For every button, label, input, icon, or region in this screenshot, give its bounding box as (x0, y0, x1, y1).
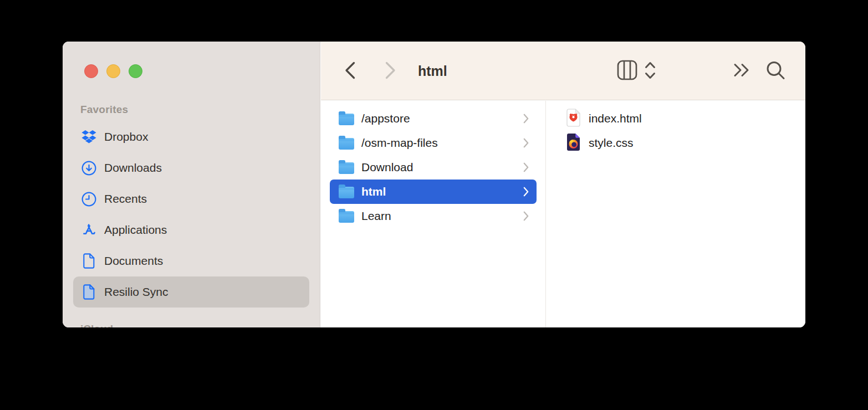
view-options-button[interactable] (644, 62, 657, 80)
chevron-right-icon (523, 187, 529, 197)
sidebar-item-downloads[interactable]: Downloads (73, 152, 309, 183)
sidebar-list: Dropbox Downloads Rece (63, 121, 320, 308)
sidebar-item-label: Recents (104, 192, 147, 206)
file-row-index-html[interactable]: index.html (547, 106, 805, 131)
sidebar-item-documents[interactable]: Documents (73, 245, 309, 276)
chevron-right-icon (523, 138, 529, 148)
folder-icon (339, 138, 354, 150)
folder-icon (339, 114, 354, 125)
chevron-right-icon (523, 114, 529, 124)
document-icon (80, 253, 97, 269)
folder-name: Learn (361, 209, 516, 223)
folder-name: /osm-map-files (361, 136, 516, 150)
folder-icon (339, 162, 354, 174)
folder-row-html[interactable]: html (330, 180, 537, 204)
folder-row-learn[interactable]: Learn (330, 204, 537, 228)
minimize-window-button[interactable] (106, 64, 120, 78)
sidebar-item-label: Dropbox (104, 130, 148, 144)
sidebar-item-dropbox[interactable]: Dropbox (73, 121, 309, 152)
brave-html-file-icon (566, 109, 581, 129)
folder-name: html (361, 185, 516, 198)
folder-column: /appstore /osm-map-files Download (321, 101, 546, 327)
folder-name: /appstore (361, 112, 516, 125)
firefox-css-file-icon (566, 133, 581, 153)
forward-chevron-icon (385, 61, 396, 81)
zoom-window-button[interactable] (129, 64, 142, 78)
window-controls (84, 64, 142, 78)
document-filled-icon (80, 284, 97, 300)
dropbox-icon (80, 130, 97, 144)
double-chevron-icon (733, 63, 751, 79)
column-view-icon (617, 60, 637, 82)
sidebar-item-applications[interactable]: Applications (73, 214, 309, 245)
sidebar-item-resilio-sync[interactable]: Resilio Sync (73, 276, 309, 308)
download-circle-icon (80, 161, 97, 176)
more-toolbar-items-button[interactable] (732, 64, 751, 78)
sidebar-item-label: Resilio Sync (104, 285, 169, 299)
back-button[interactable] (342, 61, 358, 81)
sidebar-item-label: Documents (104, 254, 163, 268)
folder-row-appstore[interactable]: /appstore (330, 106, 537, 131)
sidebar-item-recents[interactable]: Recents (73, 183, 309, 214)
sidebar-section-favorites: Favorites (80, 104, 128, 116)
folder-row-osm-map-files[interactable]: /osm-map-files (330, 131, 537, 155)
chevron-right-icon (523, 162, 529, 172)
finder-window: Favorites Dropbox Downloads (63, 42, 805, 327)
column-browser: /appstore /osm-map-files Download (321, 101, 805, 327)
file-name: index.html (589, 112, 642, 125)
close-window-button[interactable] (84, 64, 98, 78)
file-column: index.html (547, 101, 805, 327)
folder-name: Download (361, 161, 516, 174)
sidebar: Favorites Dropbox Downloads (63, 42, 320, 327)
folder-icon (339, 187, 354, 198)
search-icon (765, 60, 785, 82)
back-chevron-icon (344, 61, 356, 81)
folder-icon (339, 211, 354, 223)
view-mode-button[interactable] (616, 60, 637, 81)
folder-row-download[interactable]: Download (330, 155, 537, 180)
forward-button[interactable] (382, 61, 398, 81)
chevron-up-down-icon (644, 61, 656, 81)
sidebar-item-label: Downloads (104, 161, 162, 175)
chevron-right-icon (523, 211, 529, 221)
window-title: html (418, 42, 447, 100)
clock-icon (80, 192, 97, 207)
toolbar: html (321, 42, 805, 100)
sidebar-section-clipped: iCloud (80, 323, 113, 327)
search-button[interactable] (765, 60, 786, 81)
file-row-style-css[interactable]: style.css (547, 131, 805, 155)
file-name: style.css (589, 136, 634, 150)
app-store-icon (80, 223, 97, 238)
sidebar-item-label: Applications (104, 223, 167, 237)
